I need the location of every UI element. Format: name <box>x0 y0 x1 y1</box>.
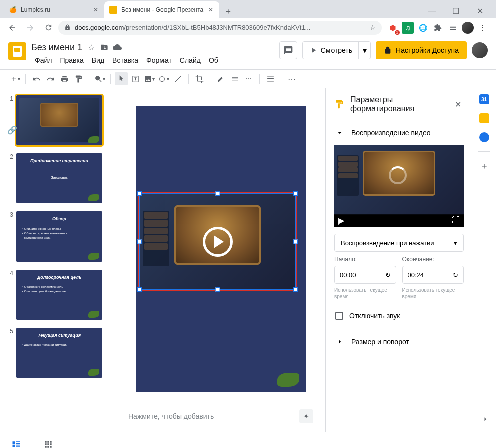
play-overlay-icon[interactable] <box>203 227 233 257</box>
start-time-input[interactable]: 00:00↻ <box>334 266 396 284</box>
menu-button[interactable]: ⋮ <box>477 22 489 34</box>
loading-icon <box>389 166 407 184</box>
thumb-number: 1 <box>6 95 13 145</box>
expand-sidebar-button[interactable] <box>481 415 490 424</box>
lock-icon <box>64 24 71 31</box>
close-button[interactable]: ✕ <box>470 3 490 18</box>
shape-tool[interactable]: ▾ <box>157 72 170 85</box>
panel-title: Параметры форматирования <box>350 95 446 113</box>
refresh-icon[interactable]: ↻ <box>385 271 391 279</box>
star-icon[interactable]: ☆ <box>370 24 376 31</box>
end-label: Окончание: <box>402 256 464 263</box>
menu-slide[interactable]: Слайд <box>176 54 204 66</box>
thumbnail-4[interactable]: 4 Долгосрочная цель• Обозначьте желаемую… <box>0 268 116 326</box>
new-tab-button[interactable]: ＋ <box>221 4 235 18</box>
present-dropdown[interactable]: ▾ <box>358 42 370 59</box>
reading-list-icon[interactable] <box>447 22 459 34</box>
favicon-icon <box>109 6 117 14</box>
line-tool[interactable] <box>171 72 184 85</box>
close-icon[interactable]: ✕ <box>92 6 99 13</box>
start-label: Начало: <box>334 256 396 263</box>
refresh-icon[interactable]: ↻ <box>453 271 458 279</box>
ruler <box>116 88 325 96</box>
border-weight-button[interactable] <box>228 72 241 85</box>
border-dash-button[interactable] <box>242 72 255 85</box>
thumbnail-1[interactable]: 1 🔗 <box>0 93 116 151</box>
menu-format[interactable]: Формат <box>143 54 175 66</box>
slide-thumbnails: 1 🔗 2 Предложение стратегииЗаголовок 3 О… <box>0 88 116 432</box>
slide[interactable] <box>136 106 306 392</box>
maximize-button[interactable]: ☐ <box>446 3 466 18</box>
print-button[interactable] <box>58 72 71 85</box>
comments-button[interactable] <box>279 41 297 59</box>
browser-tab-slides[interactable]: Без имени - Google Презента ✕ <box>104 1 219 18</box>
paint-format-button[interactable] <box>72 72 85 85</box>
menu-insert[interactable]: Вставка <box>109 54 142 66</box>
browser-tab-lumpics[interactable]: 🍊 Lumpics.ru ✕ <box>4 1 104 18</box>
thumbnail-5[interactable]: 5 Текущая ситуация• Дайте обзор текущей … <box>0 326 116 384</box>
canvas[interactable]: Нажмите, чтобы добавить ✦ <box>116 88 325 432</box>
slides-logo-icon[interactable] <box>8 42 26 60</box>
format-options-panel: Параметры форматирования ✕ Воспроизведен… <box>325 88 472 432</box>
format-options-button[interactable] <box>264 72 277 85</box>
video-preview[interactable]: ▶ ⛶ <box>334 145 464 227</box>
cloud-icon[interactable] <box>111 41 123 53</box>
end-time-input[interactable]: 00:24↻ <box>402 266 464 284</box>
crop-tool[interactable] <box>193 72 206 85</box>
url-input[interactable]: docs.google.com/presentation/d/1SXbL-tB5… <box>58 21 382 35</box>
favicon-icon: 🍊 <box>9 6 17 13</box>
menu-view[interactable]: Вид <box>88 54 108 66</box>
menu-bar: Файл Правка Вид Вставка Формат Слайд Об <box>31 54 274 66</box>
menu-file[interactable]: Файл <box>31 54 55 66</box>
section-video-playback[interactable]: Воспроизведение видео <box>326 120 472 145</box>
speaker-notes[interactable]: Нажмите, чтобы добавить ✦ <box>116 402 325 430</box>
extension-icon[interactable]: 🌐 <box>417 22 429 34</box>
extension-icon[interactable]: ⬢1 <box>387 22 399 34</box>
back-button[interactable] <box>4 20 20 36</box>
zoom-button[interactable]: ▾ <box>93 72 106 85</box>
move-icon[interactable] <box>98 41 110 53</box>
fullscreen-icon[interactable]: ⛶ <box>452 216 460 225</box>
play-icon[interactable]: ▶ <box>338 216 344 226</box>
mute-label: Отключить звук <box>349 312 400 320</box>
image-tool[interactable]: ▾ <box>143 72 156 85</box>
add-app-button[interactable]: ＋ <box>479 161 489 171</box>
thumb-number: 5 <box>6 328 13 378</box>
tasks-app-icon[interactable] <box>479 132 489 142</box>
share-button[interactable]: Настройки Доступа <box>376 41 467 59</box>
undo-button[interactable] <box>30 72 43 85</box>
menu-arrange[interactable]: Об <box>205 54 222 66</box>
account-avatar[interactable] <box>472 42 488 58</box>
thumb-number: 2 <box>6 153 13 203</box>
star-icon[interactable]: ☆ <box>85 41 97 53</box>
section-size-rotation[interactable]: Размер и поворот <box>326 328 472 355</box>
present-button[interactable]: Смотреть ▾ <box>302 41 371 59</box>
keep-app-icon[interactable] <box>479 113 489 123</box>
thumbnail-3[interactable]: 3 Обзор• Опишите основные планы• Объясни… <box>0 209 116 268</box>
filmstrip-view-button[interactable] <box>10 438 22 449</box>
mute-checkbox[interactable] <box>335 312 343 320</box>
forward-button[interactable] <box>22 20 38 36</box>
url-text: docs.google.com/presentation/d/1SXbL-tB5… <box>75 24 310 31</box>
close-icon[interactable]: ✕ <box>207 6 214 13</box>
doc-title[interactable]: Без имени 1 <box>31 42 82 53</box>
close-panel-button[interactable]: ✕ <box>452 98 464 110</box>
explore-button[interactable]: ✦ <box>299 409 313 423</box>
textbox-tool[interactable] <box>129 72 142 85</box>
redo-button[interactable] <box>44 72 57 85</box>
calendar-app-icon[interactable]: 31 <box>479 94 489 104</box>
extensions-button[interactable] <box>432 22 444 34</box>
video-object[interactable] <box>140 194 295 289</box>
thumbnail-2[interactable]: 2 Предложение стратегииЗаголовок <box>0 151 116 209</box>
playback-mode-select[interactable]: Воспроизведение при нажатии ▾ <box>334 234 464 252</box>
extension-icon[interactable]: ♫ <box>402 22 414 34</box>
grid-view-button[interactable] <box>42 438 54 449</box>
select-tool[interactable] <box>115 72 128 85</box>
profile-avatar[interactable] <box>462 22 474 34</box>
more-button[interactable]: ⋯ <box>285 72 298 85</box>
border-color-button[interactable] <box>214 72 227 85</box>
minimize-button[interactable]: — <box>422 3 442 18</box>
new-slide-button[interactable]: ＋ ▾ <box>8 72 21 85</box>
reload-button[interactable] <box>40 20 56 36</box>
menu-edit[interactable]: Правка <box>56 54 87 66</box>
